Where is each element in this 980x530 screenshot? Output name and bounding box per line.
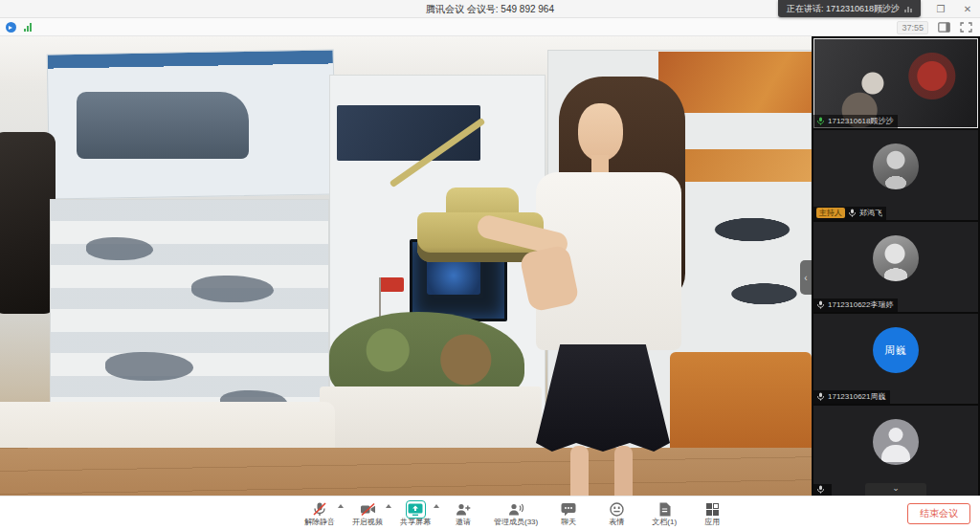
chat-button[interactable]: 聊天	[547, 497, 590, 530]
mic-icon	[816, 392, 825, 401]
apps-label: 应用	[704, 518, 720, 526]
participant-name-bar	[813, 484, 832, 496]
chevron-down-icon: ⌄	[892, 483, 900, 493]
avatar-silhouette	[873, 419, 919, 465]
scene-wood-floor	[0, 448, 812, 496]
presenter-leg	[570, 446, 589, 496]
avatar	[873, 235, 919, 281]
chat-icon	[561, 502, 577, 517]
invite-button[interactable]: 邀请	[442, 497, 484, 530]
apps-grid-icon	[704, 502, 721, 517]
start-video-label: 开启视频	[352, 518, 383, 526]
fullscreen-icon[interactable]	[960, 22, 972, 33]
host-badge: 主持人	[816, 208, 845, 218]
mic-muted-icon	[312, 502, 328, 517]
share-screen-label: 共享屏幕	[400, 518, 431, 526]
bottom-toolbar: 解除静音 开启视频	[0, 496, 980, 530]
mic-icon	[816, 485, 825, 494]
participant-tile[interactable]	[813, 406, 978, 496]
participant-tile[interactable]: 周巍 1712310621周巍	[813, 314, 978, 404]
toolbar-buttons: 解除静音 开启视频	[299, 497, 733, 530]
participant-name-bar: 1712310618顾沙沙	[813, 115, 898, 128]
participant-tile[interactable]: 主持人 郑鸿飞	[813, 130, 978, 220]
scene-tank-sketch	[105, 352, 193, 381]
layout-switch-icon[interactable]	[938, 22, 950, 33]
scene-tv-glow	[427, 256, 480, 295]
scene-red-flag	[381, 277, 404, 292]
chevron-left-icon: ‹	[804, 273, 807, 283]
reactions-button[interactable]: 表情	[595, 497, 637, 530]
meeting-bar-right: 37:55	[897, 18, 972, 36]
avatar-initials: 周巍	[873, 327, 919, 373]
manage-members-label: 管理成员(33)	[494, 518, 538, 526]
presenter-leg	[614, 446, 633, 496]
apps-button[interactable]: 应用	[691, 497, 733, 530]
scene-hanging-coats	[0, 132, 56, 314]
avatar	[873, 144, 919, 189]
participants-sidebar: 1712310618顾沙沙 主持人 郑鸿飞	[812, 36, 980, 496]
meeting-window: 腾讯会议 会议号: 549 892 964 – ❐ ✕ 正在讲话: 171231…	[0, 0, 980, 530]
unmute-label: 解除静音	[304, 518, 335, 526]
video-options-caret[interactable]	[386, 504, 391, 508]
sidebar-collapse-handle[interactable]: ‹	[800, 260, 812, 295]
invite-label: 邀请	[456, 518, 471, 526]
share-screen-button[interactable]: 共享屏幕	[394, 497, 436, 530]
participant-name: 1712310621周巍	[828, 391, 886, 402]
participant-name-bar: 主持人 郑鸿飞	[813, 207, 886, 220]
scene-tank-sketch	[86, 237, 153, 260]
document-icon	[657, 502, 673, 517]
participant-name-bar: 1712310621周巍	[813, 390, 890, 404]
network-signal-icon	[24, 23, 32, 32]
participant-tile[interactable]: 1712310622李瑞婷	[813, 222, 978, 312]
meeting-status-icons	[6, 18, 32, 36]
members-icon	[508, 502, 524, 517]
manage-members-button[interactable]: 管理成员(33)	[490, 497, 542, 530]
mic-icon	[848, 209, 857, 217]
scene-orange-poster-low	[670, 352, 812, 455]
voice-activity-icon	[904, 5, 912, 12]
end-meeting-button[interactable]: 结束会议	[907, 503, 970, 524]
speaking-banner-text: 正在讲话: 1712310618顾沙沙	[787, 3, 900, 15]
docs-button[interactable]: 文档(1)	[643, 497, 685, 530]
participant-name: 郑鸿飞	[859, 208, 882, 218]
emoji-icon	[609, 502, 625, 517]
presenter-face	[578, 103, 623, 161]
chat-label: 聊天	[561, 518, 576, 526]
audio-status-icon[interactable]	[6, 22, 16, 33]
start-video-button[interactable]: 开启视频	[346, 497, 389, 530]
silhouette-body	[881, 445, 910, 462]
participant-tile[interactable]: 1712310618顾沙沙	[813, 38, 978, 128]
maximize-button[interactable]: ❐	[934, 4, 947, 14]
meeting-timer: 37:55	[897, 21, 928, 34]
speaking-banner: 正在讲话: 1712310618顾沙沙	[778, 0, 921, 17]
scene-tank-sketch	[191, 276, 274, 302]
participant-name: 1712310618顾沙沙	[828, 116, 894, 126]
audio-options-caret[interactable]	[338, 504, 344, 508]
unmute-button[interactable]: 解除静音	[299, 497, 341, 530]
scroll-participants-button[interactable]: ⌄	[865, 483, 926, 496]
participant-name: 1712310622李瑞婷	[828, 299, 894, 310]
main-video-feed	[0, 36, 812, 496]
share-options-caret[interactable]	[434, 504, 439, 508]
meeting-top-bar: 37:55	[0, 18, 980, 36]
camera-off-icon	[360, 502, 376, 517]
share-screen-icon	[408, 502, 424, 517]
mic-on-icon	[816, 117, 825, 125]
scene-poster-tank-art	[77, 92, 249, 159]
invite-icon	[456, 502, 472, 517]
mic-icon	[816, 300, 825, 309]
reactions-label: 表情	[609, 518, 624, 526]
silhouette-head	[889, 428, 903, 442]
close-button[interactable]: ✕	[961, 4, 974, 14]
docs-label: 文档(1)	[652, 518, 677, 526]
participant-name-bar: 1712310622李瑞婷	[813, 298, 898, 312]
